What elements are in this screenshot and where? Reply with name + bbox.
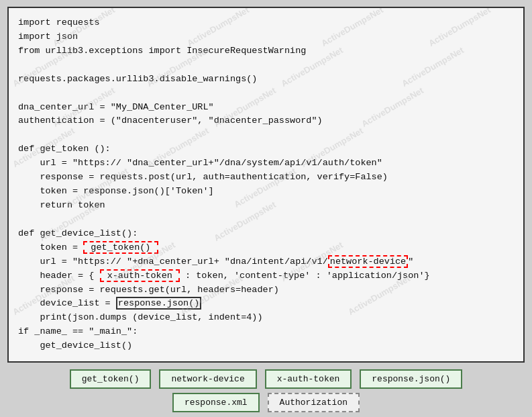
highlight-x-auth-token: x-auth-token: [100, 269, 180, 282]
line-10: def get_token ():: [18, 144, 111, 154]
answer-x-auth-token[interactable]: x-auth-token: [265, 369, 352, 389]
answer-row-1: get_token() network-device x-auth-token …: [70, 369, 463, 389]
line-23: if _name_ == "_main_":: [18, 326, 138, 336]
line-21: device_list = response.json(): [18, 297, 201, 310]
code-box: ActiveDumpsNetActiveDumpsNetActiveDumpsN…: [7, 7, 525, 363]
line-14: return token: [18, 200, 105, 210]
line-3: from urllib3.exceptions import InsecureR…: [18, 46, 306, 56]
highlight-get-token: get_token(): [83, 241, 158, 254]
answer-response-xml[interactable]: response.xml: [172, 393, 260, 412]
line-11: url = "https:// "dna_center_url+"/dna/sy…: [18, 158, 382, 168]
line-13: token = response.json()['Token']: [18, 186, 214, 196]
line-24: get_device_list(): [18, 340, 132, 351]
line-16: def get_device_list():: [18, 228, 138, 238]
line-20: response = requests.get(url, headers=hea…: [18, 285, 279, 295]
line-19: header = { x-auth-token : token, 'conten…: [18, 269, 430, 282]
highlight-response-json: response.json(): [116, 297, 202, 310]
line-7: dna_center_url = "My_DNA_Center_URL": [18, 102, 214, 112]
line-18: url = "https:// "+dna_center_url+ "dna/i…: [18, 255, 413, 268]
line-1: import requests: [18, 17, 100, 28]
answer-authorization[interactable]: Authorization: [268, 393, 360, 412]
line-22: print(json.dumps (device_list, indent=4)…: [18, 312, 263, 322]
answer-response-json[interactable]: response.json(): [360, 369, 462, 389]
line-2: import json: [18, 32, 78, 42]
highlight-network-device: network-device: [328, 255, 408, 268]
line-17: token = get_token(): [18, 241, 158, 254]
answer-get-token[interactable]: get_token(): [70, 369, 152, 389]
answer-area: get_token() network-device x-auth-token …: [7, 369, 525, 412]
answer-row-2: response.xml Authorization: [172, 393, 360, 412]
answer-network-device[interactable]: network-device: [159, 369, 256, 389]
main-container: ActiveDumpsNetActiveDumpsNetActiveDumpsN…: [0, 0, 532, 417]
code-content: import requests import json from urllib3…: [18, 16, 514, 353]
line-12: response = requests.post(url, auth=authe…: [18, 172, 388, 182]
line-5: requests.packages.urllib3.disable_warnin…: [18, 74, 257, 84]
line-8: authentication = ("dnacenteruser", "dnac…: [18, 115, 323, 126]
